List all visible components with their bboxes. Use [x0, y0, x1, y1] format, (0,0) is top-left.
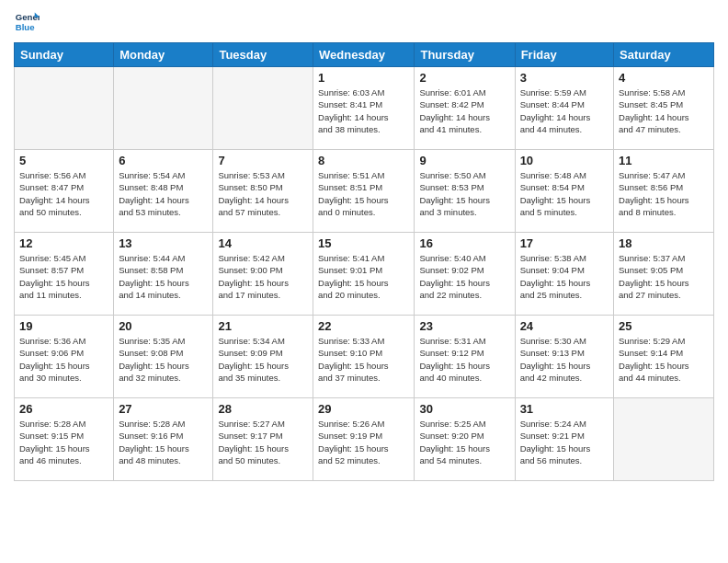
calendar-cell: 12Sunrise: 5:45 AMSunset: 8:57 PMDayligh…: [15, 233, 114, 316]
day-number: 7: [218, 154, 308, 167]
day-number: 8: [318, 154, 409, 167]
calendar-cell: 2Sunrise: 6:01 AMSunset: 8:42 PMDaylight…: [415, 67, 515, 150]
day-number: 25: [619, 319, 709, 333]
calendar-cell: 31Sunrise: 5:24 AMSunset: 9:21 PMDayligh…: [515, 398, 613, 481]
calendar-cell: [614, 398, 714, 481]
calendar-cell: 29Sunrise: 5:26 AMSunset: 9:19 PMDayligh…: [313, 398, 415, 481]
day-info: Sunrise: 5:26 AMSunset: 9:19 PMDaylight:…: [318, 418, 409, 466]
day-info: Sunrise: 5:28 AMSunset: 9:16 PMDaylight:…: [119, 418, 208, 466]
calendar-cell: 14Sunrise: 5:42 AMSunset: 9:00 PMDayligh…: [213, 233, 313, 316]
week-row: 1Sunrise: 6:03 AMSunset: 8:41 PMDaylight…: [15, 67, 714, 150]
calendar-cell: 4Sunrise: 5:58 AMSunset: 8:45 PMDaylight…: [614, 67, 714, 150]
calendar-cell: 17Sunrise: 5:38 AMSunset: 9:04 PMDayligh…: [515, 233, 613, 316]
day-info: Sunrise: 5:53 AMSunset: 8:50 PMDaylight:…: [218, 169, 308, 218]
calendar-cell: [114, 67, 213, 150]
day-number: 24: [520, 319, 609, 333]
calendar-cell: 30Sunrise: 5:25 AMSunset: 9:20 PMDayligh…: [415, 398, 515, 481]
calendar-cell: 9Sunrise: 5:50 AMSunset: 8:53 PMDaylight…: [415, 150, 515, 233]
weekday-header: Saturday: [614, 43, 714, 67]
calendar-cell: 24Sunrise: 5:30 AMSunset: 9:13 PMDayligh…: [515, 316, 613, 398]
calendar-cell: 13Sunrise: 5:44 AMSunset: 8:58 PMDayligh…: [114, 233, 213, 316]
day-number: 20: [119, 319, 208, 333]
day-number: 4: [619, 71, 709, 85]
day-number: 19: [19, 319, 108, 333]
calendar-cell: 23Sunrise: 5:31 AMSunset: 9:12 PMDayligh…: [415, 316, 515, 398]
day-info: Sunrise: 5:37 AMSunset: 9:05 PMDaylight:…: [619, 252, 709, 301]
day-number: 1: [318, 71, 409, 85]
svg-text:Blue: Blue: [16, 22, 35, 32]
calendar-cell: 6Sunrise: 5:54 AMSunset: 8:48 PMDaylight…: [114, 150, 213, 233]
calendar-cell: 21Sunrise: 5:34 AMSunset: 9:09 PMDayligh…: [213, 316, 313, 398]
calendar-page: General Blue SundayMondayTuesdayWednesda…: [0, 0, 728, 495]
calendar-cell: 26Sunrise: 5:28 AMSunset: 9:15 PMDayligh…: [15, 398, 114, 481]
day-info: Sunrise: 5:24 AMSunset: 9:21 PMDaylight:…: [520, 418, 609, 466]
day-info: Sunrise: 5:59 AMSunset: 8:44 PMDaylight:…: [520, 86, 609, 135]
day-number: 14: [218, 236, 308, 250]
day-info: Sunrise: 5:54 AMSunset: 8:48 PMDaylight:…: [119, 169, 208, 218]
day-info: Sunrise: 5:40 AMSunset: 9:02 PMDaylight:…: [419, 252, 509, 301]
calendar-cell: 8Sunrise: 5:51 AMSunset: 8:51 PMDaylight…: [313, 150, 415, 233]
calendar-cell: 7Sunrise: 5:53 AMSunset: 8:50 PMDaylight…: [213, 150, 313, 233]
header: General Blue: [14, 9, 714, 35]
calendar-cell: 20Sunrise: 5:35 AMSunset: 9:08 PMDayligh…: [114, 316, 213, 398]
day-number: 28: [218, 402, 308, 416]
week-row: 12Sunrise: 5:45 AMSunset: 8:57 PMDayligh…: [15, 233, 714, 316]
calendar-cell: 10Sunrise: 5:48 AMSunset: 8:54 PMDayligh…: [515, 150, 613, 233]
day-info: Sunrise: 6:03 AMSunset: 8:41 PMDaylight:…: [318, 86, 409, 135]
calendar-cell: 25Sunrise: 5:29 AMSunset: 9:14 PMDayligh…: [614, 316, 714, 398]
weekday-header: Wednesday: [313, 43, 415, 67]
day-info: Sunrise: 5:47 AMSunset: 8:56 PMDaylight:…: [619, 169, 709, 218]
day-info: Sunrise: 5:38 AMSunset: 9:04 PMDaylight:…: [520, 252, 609, 301]
day-number: 26: [19, 402, 108, 416]
day-info: Sunrise: 5:34 AMSunset: 9:09 PMDaylight:…: [218, 335, 308, 384]
day-number: 13: [119, 236, 208, 250]
calendar-cell: [213, 67, 313, 150]
day-number: 31: [520, 402, 609, 416]
calendar-cell: 27Sunrise: 5:28 AMSunset: 9:16 PMDayligh…: [114, 398, 213, 481]
day-info: Sunrise: 5:35 AMSunset: 9:08 PMDaylight:…: [119, 335, 208, 384]
day-number: 21: [218, 319, 308, 333]
day-number: 15: [318, 236, 409, 250]
weekday-header: Monday: [114, 43, 213, 67]
day-info: Sunrise: 5:28 AMSunset: 9:15 PMDaylight:…: [19, 418, 108, 466]
day-info: Sunrise: 5:27 AMSunset: 9:17 PMDaylight:…: [218, 418, 308, 466]
calendar-cell: [15, 67, 114, 150]
day-number: 18: [619, 236, 709, 250]
day-number: 12: [19, 236, 108, 250]
weekday-header: Thursday: [415, 43, 515, 67]
day-info: Sunrise: 5:58 AMSunset: 8:45 PMDaylight:…: [619, 86, 709, 135]
week-row: 19Sunrise: 5:36 AMSunset: 9:06 PMDayligh…: [15, 316, 714, 398]
calendar-cell: 19Sunrise: 5:36 AMSunset: 9:06 PMDayligh…: [15, 316, 114, 398]
day-info: Sunrise: 5:30 AMSunset: 9:13 PMDaylight:…: [520, 335, 609, 384]
day-number: 17: [520, 236, 609, 250]
day-number: 3: [520, 71, 609, 85]
day-info: Sunrise: 5:31 AMSunset: 9:12 PMDaylight:…: [419, 335, 509, 384]
day-number: 27: [119, 402, 208, 416]
day-info: Sunrise: 5:36 AMSunset: 9:06 PMDaylight:…: [19, 335, 108, 384]
weekday-header: Tuesday: [213, 43, 313, 67]
day-info: Sunrise: 5:45 AMSunset: 8:57 PMDaylight:…: [19, 252, 108, 301]
day-number: 10: [520, 154, 609, 167]
calendar-cell: 3Sunrise: 5:59 AMSunset: 8:44 PMDaylight…: [515, 67, 613, 150]
day-number: 2: [419, 71, 509, 85]
calendar-cell: 1Sunrise: 6:03 AMSunset: 8:41 PMDaylight…: [313, 67, 415, 150]
logo: General Blue: [14, 9, 43, 35]
calendar-cell: 28Sunrise: 5:27 AMSunset: 9:17 PMDayligh…: [213, 398, 313, 481]
weekday-header: Friday: [515, 43, 613, 67]
day-info: Sunrise: 5:48 AMSunset: 8:54 PMDaylight:…: [520, 169, 609, 218]
calendar-cell: 11Sunrise: 5:47 AMSunset: 8:56 PMDayligh…: [614, 150, 714, 233]
day-info: Sunrise: 6:01 AMSunset: 8:42 PMDaylight:…: [419, 86, 509, 135]
day-number: 30: [419, 402, 509, 416]
day-info: Sunrise: 5:44 AMSunset: 8:58 PMDaylight:…: [119, 252, 208, 301]
weekday-header: Sunday: [15, 43, 114, 67]
day-number: 16: [419, 236, 509, 250]
day-info: Sunrise: 5:50 AMSunset: 8:53 PMDaylight:…: [419, 169, 509, 218]
day-number: 9: [419, 154, 509, 167]
day-number: 29: [318, 402, 409, 416]
day-info: Sunrise: 5:33 AMSunset: 9:10 PMDaylight:…: [318, 335, 409, 384]
day-number: 11: [619, 154, 709, 167]
logo-icon: General Blue: [14, 9, 40, 35]
calendar-header-row: SundayMondayTuesdayWednesdayThursdayFrid…: [15, 43, 714, 67]
day-info: Sunrise: 5:42 AMSunset: 9:00 PMDaylight:…: [218, 252, 308, 301]
week-row: 5Sunrise: 5:56 AMSunset: 8:47 PMDaylight…: [15, 150, 714, 233]
